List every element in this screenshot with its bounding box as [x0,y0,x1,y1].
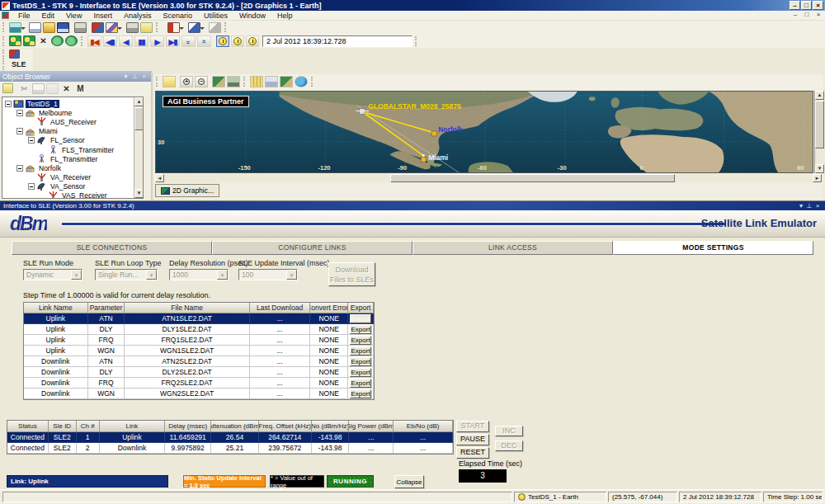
child-close-button[interactable]: × [813,12,823,20]
file-table-row[interactable]: UplinkDLYDLY1SLE2.DAT...NONEExport [24,324,374,335]
zoom-out-button[interactable]: − [195,76,208,87]
save-button[interactable] [57,22,69,33]
export-button[interactable]: Export [350,314,371,323]
tree-item-miami[interactable]: Miami [4,127,143,136]
animation-step-back-button[interactable]: ◀▮ [103,35,117,47]
menu-view[interactable]: View [60,12,87,20]
pin-icon[interactable]: ⊥ [130,73,139,80]
scroll-up-icon[interactable]: ▲ [134,97,144,106]
image-overlay-button[interactable] [280,76,293,87]
tree-item-testds_1[interactable]: TestDS_1 [4,99,143,108]
increase-time-step-button[interactable]: » [197,35,211,47]
object-tree[interactable]: TestDS_1MelbourneAUS_ReceiverMiamiFL_Sen… [2,97,144,199]
tree-item-fls_transmitter[interactable]: FLS_Transmitter [4,145,143,154]
tree-item-vas_receiver[interactable]: VAS_Receiver [4,191,143,199]
animation-reset-button[interactable]: ▮◀ [87,35,101,47]
restore-button[interactable]: □ [801,1,812,10]
update-interval-select[interactable]: 100 ▾ [238,269,298,280]
zoom-in-button[interactable]: + [180,76,193,87]
tab-link-access[interactable]: LINK ACCESS [412,241,613,255]
child-minimize-button[interactable]: – [790,12,800,20]
animation-play-backward-button[interactable]: ◀ [119,35,133,47]
tree-expander[interactable] [28,137,35,144]
stk-tools-icon[interactable] [9,49,20,59]
print-button[interactable] [74,22,87,33]
file-table-row[interactable]: DownlinkATNATN2SLE2.DAT...NONEExport [24,356,374,367]
animation-step-forward-button[interactable]: ▶▮ [166,35,180,47]
scroll-down-icon[interactable]: ▼ [134,189,144,198]
file-table-row[interactable]: DownlinkFRQFRQ2SLE2.DAT...NONEExport [24,378,374,389]
menu-file[interactable]: File [12,12,36,20]
animation-time-field[interactable]: 2 Jul 2012 18:39:12.728 [262,35,412,47]
delete-button[interactable]: ✕ [60,83,73,94]
dec-button[interactable]: DEC [495,440,523,451]
engineering-tools-button[interactable] [106,22,118,33]
connect-alt-button[interactable] [23,35,35,46]
status-table-row[interactable]: ConnectedSLE22Downlink9.997589225.21239.… [7,443,453,454]
tab-configure-links[interactable]: CONFIGURE LINKS [212,241,412,255]
tree-expander[interactable] [28,183,35,190]
snapshot-button[interactable] [227,76,240,87]
tree-item-aus_receiver[interactable]: AUS_Receiver [4,117,143,126]
inc-button[interactable]: INC [495,426,523,436]
tree-expander[interactable] [16,128,23,134]
tree-expander[interactable] [5,101,12,107]
norfolk-label[interactable]: Norfolk [438,125,463,134]
new-object-button[interactable] [2,83,13,93]
connect-button[interactable] [9,35,21,46]
scroll-down-icon[interactable]: ▼ [815,164,824,173]
panel-menu-icon[interactable]: ▾ [797,202,805,210]
map-vertical-scrollbar[interactable]: ▲ ▼ [814,91,823,173]
close-button[interactable]: × [813,1,823,10]
file-table-row[interactable]: UplinkFRQFRQ1SLE2.DAT...NONEExport [24,335,374,346]
download-files-button[interactable]: Download Files to SLEs [328,262,375,286]
animation-play-button[interactable]: ▶ [150,35,164,47]
file-table-row[interactable]: UplinkATNATN1SLE2.DAT...NONEExport [24,313,374,324]
tree-item-fl_sensor[interactable]: FL_Sensor [4,136,143,145]
grid-button[interactable] [265,76,278,87]
find-button[interactable]: M [74,83,87,94]
tree-item-va_receiver[interactable]: VA_Receiver [4,173,143,182]
menu-scenario[interactable]: Scenario [157,12,198,20]
reset-button[interactable]: RESET [456,447,489,459]
child-restore-button[interactable]: □ [802,12,812,20]
sle-toolbar-button[interactable]: SLE [8,60,30,70]
chevron-down-icon[interactable]: ▾ [146,270,157,280]
export-button[interactable]: Export [350,357,371,366]
cut-tool-button[interactable] [92,22,104,33]
export-button[interactable]: Export [350,336,371,345]
satellite-label[interactable]: GLOBALSTAR_M028_25875 [368,102,461,111]
collapse-button[interactable]: Collapse [394,475,424,488]
chevron-down-icon[interactable]: ▾ [217,270,228,280]
tree-item-fl_transmitter[interactable]: FL_Transmitter [4,154,143,163]
file-table-row[interactable]: UplinkWGNWGN1SLE2.DAT...NONEExport [24,346,374,356]
world-button[interactable] [295,76,308,87]
menu-edit[interactable]: Edit [36,12,61,20]
pin-icon[interactable]: ⊥ [805,202,813,210]
tree-item-melbourne[interactable]: Melbourne [4,108,143,117]
globe-sync-button[interactable] [51,35,64,46]
export-button[interactable]: Export [350,346,371,356]
chevron-down-icon[interactable]: ▾ [71,270,82,280]
time-options-clock-icon[interactable] [246,35,259,47]
menu-window[interactable]: Window [233,12,271,20]
tree-expander[interactable] [16,110,23,116]
new-window-button[interactable] [29,22,41,33]
status-table-row[interactable]: ConnectedSLE21Uplink11.645929126.54264.6… [7,432,453,443]
measure-button[interactable] [250,76,263,87]
tree-expander[interactable] [16,165,23,172]
browser-button[interactable] [167,22,180,33]
scroll-right-icon[interactable]: ► [813,174,822,182]
pause-button[interactable]: PAUSE [456,434,489,445]
export-button[interactable]: Export [350,325,371,334]
file-table-row[interactable]: DownlinkDLYDLY2SLE2.DAT...NONEExport [24,367,374,378]
map-properties-button[interactable] [163,76,176,87]
loop-type-select[interactable]: Single Run... ▾ [95,269,158,280]
norfolk-marker[interactable] [431,131,436,136]
globe-search-button[interactable] [65,35,78,46]
map-horizontal-scrollbar[interactable]: ◄ ► [155,174,822,182]
tab-2d-graphics[interactable]: 2D Graphic... [155,184,219,197]
scroll-left-icon[interactable]: ◄ [155,174,164,182]
menu-analysis[interactable]: Analysis [118,12,158,20]
close-icon[interactable]: × [813,202,822,210]
